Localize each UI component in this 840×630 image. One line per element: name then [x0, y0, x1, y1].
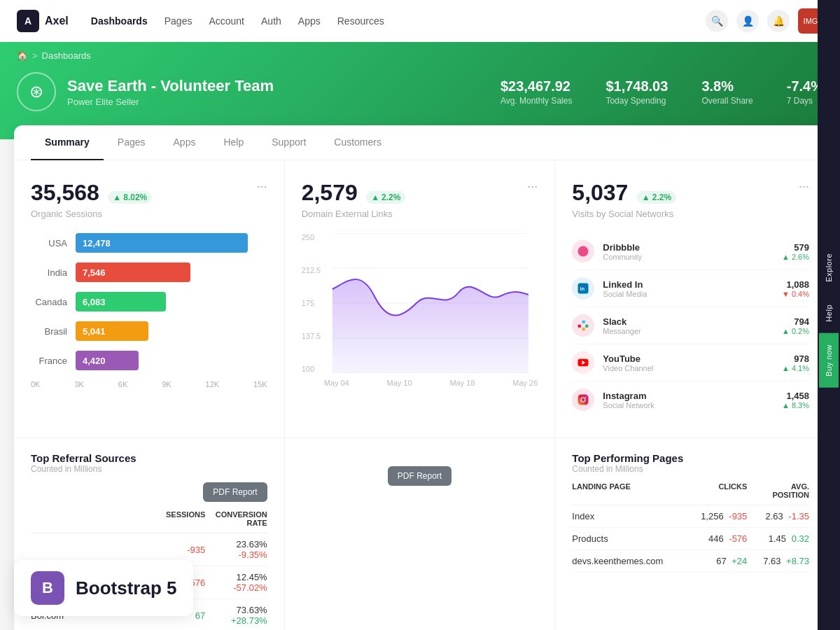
- watermark: B Bootstrap 5: [14, 560, 193, 616]
- referral-table-header: SESSIONS CONVERSION RATE: [31, 510, 267, 533]
- instagram-type: Social Network: [603, 401, 774, 410]
- nav-links: Dashboards Pages Account Auth Apps Resou…: [91, 15, 384, 27]
- col-header-rate: CONVERSION RATE: [211, 510, 267, 527]
- svg-rect-14: [578, 395, 589, 405]
- tab-customers[interactable]: Customers: [320, 125, 396, 160]
- page-clicks-1: 446 -576: [691, 533, 748, 544]
- stat-label-share: Overall Share: [701, 96, 752, 106]
- breadcrumb-current: Dashboards: [42, 50, 91, 61]
- slack-type: Messanger: [603, 327, 774, 335]
- tab-pages[interactable]: Pages: [104, 125, 160, 160]
- nav-pages[interactable]: Pages: [164, 15, 192, 27]
- axis-3k: 3K: [74, 380, 83, 388]
- bar-axis: 0K 3K 6K 9K 12K 15K: [31, 380, 267, 388]
- breadcrumb: 🏠 > Dashboards: [17, 50, 823, 61]
- referral-rate-1: 12.45% -57.02%: [211, 572, 267, 593]
- youtube-count: 978: [782, 354, 809, 364]
- y-label-137: 137.5: [302, 332, 323, 340]
- col-header-landing: LANDING PAGE: [572, 482, 685, 499]
- col-header-site: [31, 510, 144, 527]
- tab-help[interactable]: Help: [209, 125, 258, 160]
- bar-row-brasil: Brasil 5,041: [31, 321, 267, 341]
- page-name-0: Index: [572, 511, 685, 522]
- bar-value-usa: 12,478: [83, 238, 111, 248]
- nav-apps[interactable]: Apps: [298, 15, 321, 27]
- organic-change-badge: ▲ 8.02%: [108, 191, 152, 204]
- search-button[interactable]: 🔍: [706, 10, 728, 32]
- nav-dashboards[interactable]: Dashboards: [91, 15, 148, 27]
- metric-value-domain: 2,579 ▲ 2.2%: [302, 180, 406, 206]
- dribbble-type: Community: [603, 253, 774, 261]
- linkedin-change: ▼ 0.4%: [782, 290, 809, 298]
- user-menu-button[interactable]: 👤: [736, 10, 759, 32]
- bar-value-canada: 6,083: [83, 297, 106, 307]
- axis-15k: 15K: [253, 380, 267, 388]
- stat-overall-share: 3.8% Overall Share: [701, 78, 752, 106]
- social-more-button[interactable]: ···: [799, 180, 809, 192]
- stat-value-monthly: $23,467.92: [500, 78, 573, 94]
- instagram-info: Instagram Social Network: [603, 391, 774, 410]
- instagram-change: ▲ 8.3%: [782, 401, 809, 410]
- bar-value-brasil: 5,041: [83, 326, 106, 337]
- top-pages-header: LANDING PAGE CLICKS AVG. POSITION: [572, 482, 809, 505]
- slack-icon: [572, 314, 594, 337]
- svg-rect-11: [582, 328, 586, 331]
- social-list: Dribbble Community 579 ▲ 2.6% in Linked …: [572, 233, 809, 418]
- chart-svg-container: [323, 233, 538, 376]
- referral-pdf-button[interactable]: PDF Report: [203, 482, 267, 502]
- domain-more-button[interactable]: ···: [527, 180, 538, 192]
- metric-header-domain: 2,579 ▲ 2.2% ···: [302, 180, 538, 206]
- slack-info: Slack Messanger: [603, 316, 774, 335]
- top-pages-title: Top Performing Pages: [572, 452, 809, 464]
- explore-sidebar-button[interactable]: Explore: [819, 242, 839, 293]
- x-label-may04: May 04: [324, 379, 349, 387]
- page-position-1: 1.45 0.32: [752, 533, 809, 544]
- bar-india: 7,546: [76, 262, 190, 282]
- page-position-0: 2.63 -1.35: [752, 511, 809, 522]
- brand-name: Axel: [45, 15, 69, 27]
- svg-rect-10: [585, 325, 589, 328]
- bar-label-canada: Canada: [31, 297, 67, 307]
- bootstrap-icon: B: [31, 571, 64, 605]
- youtube-type: Video Channel: [603, 364, 774, 372]
- brand[interactable]: A Axel: [17, 10, 69, 32]
- tab-apps[interactable]: Apps: [160, 125, 210, 160]
- instagram-stats: 1,458 ▲ 8.3%: [782, 391, 809, 410]
- instagram-count: 1,458: [782, 391, 809, 401]
- bar-brasil: 5,041: [76, 321, 148, 341]
- dribbble-change: ▲ 2.6%: [782, 253, 809, 261]
- linkedin-stats: 1,088 ▼ 0.4%: [782, 279, 809, 298]
- team-name: Save Earth - Volunteer Team: [67, 77, 274, 95]
- buy-now-sidebar-button[interactable]: Buy now: [819, 333, 839, 388]
- bar-row-usa: USA 12,478: [31, 233, 267, 253]
- nav-auth[interactable]: Auth: [261, 15, 281, 27]
- bar-value-india: 7,546: [83, 267, 106, 278]
- nav-account[interactable]: Account: [209, 15, 244, 27]
- instagram-icon: [572, 388, 594, 411]
- bar-canada: 6,083: [76, 292, 166, 312]
- nav-resources[interactable]: Resources: [337, 15, 384, 27]
- help-sidebar-button[interactable]: Help: [819, 293, 839, 333]
- breadcrumb-home[interactable]: 🏠: [17, 50, 28, 61]
- organic-more-button[interactable]: ···: [257, 180, 267, 192]
- y-label-250: 250: [302, 233, 323, 241]
- bar-container-india: 7,546: [76, 262, 267, 282]
- metric-value-organic: 35,568 ▲ 8.02%: [31, 180, 152, 206]
- tab-support[interactable]: Support: [258, 125, 320, 160]
- line-chart: 250 212.5 175 137.5 100: [302, 233, 538, 387]
- stat-monthly-sales: $23,467.92 Avg. Monthly Sales: [500, 78, 573, 106]
- slack-name: Slack: [603, 316, 774, 327]
- svg-rect-8: [578, 325, 582, 328]
- bar-label-brasil: Brasil: [31, 326, 67, 337]
- notifications-button[interactable]: 🔔: [767, 10, 790, 32]
- tab-summary[interactable]: Summary: [31, 125, 104, 160]
- axis-9k: 9K: [162, 380, 171, 388]
- col-header-position: AVG. POSITION: [752, 482, 809, 499]
- bar-row-india: India 7,546: [31, 262, 267, 282]
- line-chart-svg: [323, 233, 538, 373]
- middle-pdf-button[interactable]: PDF Report: [388, 466, 451, 486]
- page-position-2: 7.63 +8.73: [752, 556, 809, 566]
- social-item-dribbble: Dribbble Community 579 ▲ 2.6%: [572, 233, 809, 270]
- youtube-info: YouTube Video Channel: [603, 354, 774, 372]
- x-label-may26: May 26: [512, 379, 538, 387]
